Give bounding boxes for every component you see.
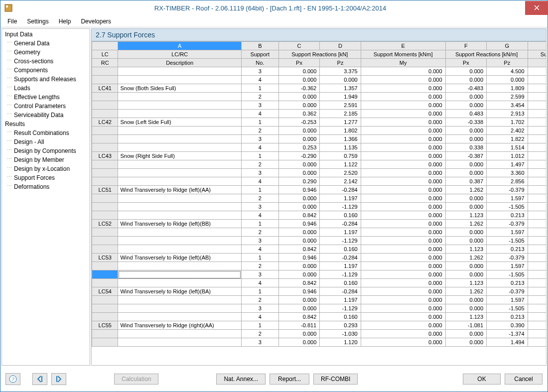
cell-description[interactable] [118,67,241,76]
cell-description[interactable] [118,194,241,203]
cell-pz[interactable]: 2.185 [320,110,361,118]
cell-s[interactable]: 1 [241,118,278,127]
cell-s[interactable]: 1 [241,152,278,160]
table-row[interactable]: 30.0002.5200.0000.0003.3600.000 [92,169,547,177]
row-header[interactable] [92,194,118,203]
cell-s[interactable]: 1 [241,321,278,330]
cell-pzm[interactable]: 3.454 [487,101,528,110]
table-row[interactable]: LC54Wind Transversely to Ridge (left)(BA… [92,287,547,296]
cell-px[interactable]: -0.290 [278,152,319,160]
cell-pzm[interactable]: 1.597 [487,228,528,237]
table-row[interactable]: 40.3622.1850.0000.4832.9130.000 [92,110,547,118]
cell-px[interactable]: 0.253 [278,143,319,152]
cell-s[interactable]: 1 [241,220,278,228]
cell-pz[interactable]: -1.129 [320,237,361,245]
table-row[interactable]: LC51Wind Transversely to Ridge (left)(AA… [92,186,547,194]
cell-px[interactable]: 0.000 [278,93,319,101]
ok-button[interactable]: OK [463,374,501,385]
cell-my[interactable]: 0.000 [361,237,445,245]
cell-pzm[interactable]: -1.374 [487,330,528,338]
cell-pz[interactable]: 2.591 [320,101,361,110]
nav-item-support-forces[interactable]: Support Forces [2,173,90,182]
cell-pxm[interactable]: 0.387 [445,177,486,186]
cell-description[interactable]: Snow (Both Sides Full) [118,84,241,93]
cell-px[interactable]: 0.000 [278,338,319,347]
cell-mym[interactable]: 0.000 [528,262,547,270]
cell-mym[interactable]: 0.000 [528,118,547,127]
nav-tree[interactable]: Input Data General DataGeometryCross-sec… [1,28,90,366]
cell-s[interactable]: 2 [241,127,278,135]
cell-pz[interactable]: 0.759 [320,152,361,160]
cell-pxm[interactable]: 0.000 [445,237,486,245]
close-button[interactable] [525,1,548,15]
cell-s[interactable]: 4 [241,211,278,220]
cell-description[interactable] [118,262,241,270]
cell-my[interactable]: 0.000 [361,194,445,203]
cell-my[interactable]: 0.000 [361,177,445,186]
cell-pzm[interactable]: 1.494 [487,338,528,347]
cell-pzm[interactable]: -1.505 [487,237,528,245]
cell-pzm[interactable]: 0.213 [487,211,528,220]
cell-s[interactable]: 3 [241,338,278,347]
cell-pxm[interactable]: 0.483 [445,110,486,118]
cell-px[interactable]: -0.253 [278,118,319,127]
cell-pzm[interactable]: 1.822 [487,135,528,143]
cell-description[interactable] [118,110,241,118]
cell-px[interactable]: 0.000 [278,228,319,237]
cell-pxm[interactable]: 0.000 [445,330,486,338]
cell-mym[interactable]: 0.000 [528,330,547,338]
table-row[interactable]: 30.000-1.1290.0000.000-1.5050.000 [92,270,547,279]
cell-my[interactable]: 0.000 [361,321,445,330]
cell-pxm[interactable]: 1.262 [445,186,486,194]
nav-item-supports-and-releases[interactable]: Supports and Releases [2,75,90,84]
cell-px[interactable]: 0.000 [278,330,319,338]
cell-description[interactable] [118,143,241,152]
cell-px[interactable]: 0.000 [278,160,319,169]
cell-pzm[interactable]: 1.597 [487,296,528,304]
cell-mym[interactable]: 0.000 [528,321,547,330]
table-row[interactable]: 20.0001.9490.0000.0002.5990.000 [92,93,547,101]
cell-pxm[interactable]: 0.000 [445,270,486,279]
row-header[interactable] [92,177,118,186]
nav-item-cross-sections[interactable]: Cross-sections [2,57,90,66]
cell-mym[interactable]: 0.000 [528,152,547,160]
cell-px[interactable]: 0.000 [278,67,319,76]
row-header[interactable] [92,143,118,152]
cell-mym[interactable]: 0.000 [528,76,547,84]
cell-description[interactable] [118,93,241,101]
cell-mym[interactable]: 0.000 [528,177,547,186]
cell-pzm[interactable]: 1.809 [487,84,528,93]
cell-pzm[interactable]: 0.213 [487,245,528,254]
cell-pz[interactable]: -0.284 [320,220,361,228]
cell-pz[interactable]: -0.284 [320,186,361,194]
cell-s[interactable]: 4 [241,245,278,254]
cell-my[interactable]: 0.000 [361,262,445,270]
cell-my[interactable]: 0.000 [361,279,445,287]
cell-my[interactable]: 0.000 [361,160,445,169]
cell-description[interactable] [118,177,241,186]
cell-pxm[interactable]: 1.123 [445,313,486,321]
cell-mym[interactable]: 0.000 [528,93,547,101]
cell-my[interactable]: 0.000 [361,118,445,127]
row-header[interactable] [92,237,118,245]
cell-mym[interactable]: 0.000 [528,228,547,237]
cell-my[interactable]: 0.000 [361,143,445,152]
cell-pzm[interactable]: 0.213 [487,313,528,321]
table-row[interactable]: 40.8420.1600.0001.1230.2130.000 [92,245,547,254]
row-header[interactable] [92,101,118,110]
cell-pz[interactable]: -1.129 [320,203,361,211]
cell-pz[interactable]: 2.520 [320,169,361,177]
table-wrap[interactable]: A B C D E F G H LC LC/RC Support [91,41,547,366]
cell-pxm[interactable]: 0.000 [445,127,486,135]
cell-px[interactable]: 0.000 [278,169,319,177]
table-row[interactable]: 30.000-1.1290.0000.000-1.5050.000 [92,203,547,211]
cell-pz[interactable]: 1.197 [320,262,361,270]
cell-s[interactable]: 4 [241,279,278,287]
cell-mym[interactable]: 0.000 [528,84,547,93]
cell-px[interactable]: 0.842 [278,211,319,220]
cell-mym[interactable]: 0.000 [528,211,547,220]
row-header[interactable] [92,169,118,177]
menu-settings[interactable]: Settings [22,16,53,26]
cell-mym[interactable]: 0.000 [528,194,547,203]
cell-s[interactable]: 2 [241,262,278,270]
